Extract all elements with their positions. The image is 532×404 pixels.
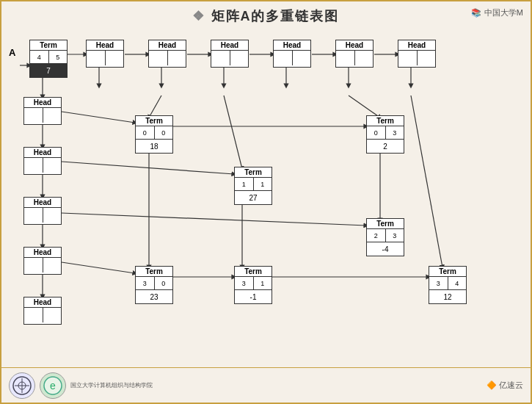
term-3-1-label: Term [235, 267, 272, 277]
head-left-5: Head [23, 297, 62, 325]
term-0-0-r: 0 [136, 126, 155, 139]
head-top-3-c1 [211, 51, 230, 65]
head-top-4-label: Head [274, 40, 310, 51]
watermark-icon: 📚 [471, 8, 481, 18]
svg-line-25 [149, 95, 161, 118]
term-0-3-label: Term [367, 116, 404, 126]
term-3-4-v: 12 [429, 290, 466, 303]
term-0-0: Term 0 0 18 [135, 115, 173, 154]
head-left-5-label: Head [24, 297, 61, 308]
first-term-node: Term 4 5 7 [29, 40, 68, 78]
term-3-1: Term 3 1 -1 [234, 266, 272, 304]
term-1-1-v: 27 [235, 191, 272, 204]
head-left-3: Head [23, 197, 62, 225]
term-0-3-c: 3 [386, 126, 404, 139]
term-2-3-r: 2 [367, 229, 386, 242]
head-top-5-c2 [355, 51, 374, 65]
svg-line-21 [62, 213, 366, 226]
term-2-3-v: -4 [367, 242, 404, 256]
head-left-3-c2 [43, 208, 62, 223]
svg-line-18 [62, 112, 135, 123]
head-top-6: Head [398, 40, 436, 68]
head-left-1-label: Head [24, 98, 61, 108]
term-3-4: Term 3 4 12 [429, 266, 467, 304]
term-3-0-label: Term [136, 267, 172, 277]
watermark-text: 中国大学M [484, 7, 523, 18]
first-term-col: 5 [49, 51, 68, 63]
head-top-5-c1 [336, 51, 355, 65]
head-left-2-label: Head [24, 148, 61, 158]
head-top-3: Head [211, 40, 249, 68]
head-left-1-c1 [24, 108, 43, 123]
term-3-0: Term 3 0 23 [135, 266, 173, 304]
head-left-4: Head [23, 247, 62, 275]
head-top-6-c2 [418, 51, 436, 65]
term-3-0-r: 3 [136, 277, 155, 289]
term-2-3-label: Term [367, 219, 404, 229]
head-top-5-label: Head [336, 40, 373, 51]
term-3-1-c: 1 [254, 277, 272, 289]
svg-line-27 [224, 95, 242, 169]
svg-text:e: e [50, 380, 56, 392]
head-left-2: Head [23, 147, 62, 175]
head-top-1: Head [86, 40, 124, 68]
head-top-3-label: Head [211, 40, 248, 51]
term-2-3-c: 3 [386, 229, 404, 242]
footer-left: e 国立大学计算机组织与结构学院 [9, 372, 153, 399]
brand-logo: e [40, 372, 66, 399]
term-2-3: Term 2 3 -4 [366, 218, 404, 256]
term-3-4-c: 4 [448, 277, 467, 289]
head-top-4: Head [273, 40, 311, 68]
first-term-label: Term [30, 40, 67, 51]
term-0-3: Term 0 3 2 [366, 115, 404, 154]
term-3-0-c: 0 [155, 277, 173, 289]
head-left-1-c2 [43, 108, 62, 123]
head-top-6-label: Head [398, 40, 435, 51]
term-0-3-r: 0 [367, 126, 386, 139]
head-top-1-label: Head [87, 40, 123, 51]
term-1-1-c: 1 [254, 178, 272, 190]
brand-icon: 🔶 [487, 380, 499, 389]
term-3-1-v: -1 [235, 290, 272, 303]
head-top-2-label: Head [149, 40, 186, 51]
head-top-2-c1 [149, 51, 168, 65]
term-0-0-v: 18 [136, 140, 172, 153]
main-container: 矩阵A的多重链表图 📚 中国大学M [0, 0, 532, 404]
footer-brand: 🔶 亿速云 [487, 380, 523, 391]
first-term-row: 4 [30, 51, 49, 63]
svg-line-22 [62, 262, 135, 273]
head-top-4-c2 [293, 51, 311, 65]
footer-institution-text: 国立大学计算机组织与结构学院 [70, 381, 153, 389]
first-term-val: 7 [30, 64, 67, 77]
head-top-4-c1 [274, 51, 293, 65]
head-left-4-c2 [43, 258, 62, 273]
brand-name: 亿速云 [499, 380, 523, 389]
head-top-2: Head [148, 40, 186, 68]
term-3-4-r: 3 [429, 277, 448, 289]
head-top-2-c2 [168, 51, 186, 65]
watermark: 📚 中国大学M [471, 7, 523, 18]
a-label: A [9, 47, 15, 58]
head-top-6-c1 [398, 51, 418, 65]
term-0-3-v: 2 [367, 140, 404, 153]
term-3-0-v: 23 [136, 290, 172, 303]
term-1-1: Term 1 1 27 [234, 167, 272, 205]
svg-line-31 [411, 95, 442, 267]
head-top-3-c2 [230, 51, 249, 65]
svg-line-29 [349, 95, 380, 118]
term-0-0-c: 0 [155, 126, 173, 139]
term-3-4-label: Term [429, 267, 466, 277]
head-left-3-c1 [24, 208, 43, 223]
term-1-1-label: Term [235, 167, 272, 178]
footer: e 国立大学计算机组织与结构学院 🔶 亿速云 [1, 367, 531, 403]
head-left-2-c2 [43, 158, 62, 173]
head-left-2-c1 [24, 158, 43, 173]
head-left-5-c1 [24, 308, 43, 322]
head-left-4-label: Head [24, 248, 61, 258]
head-left-1: Head [23, 97, 62, 125]
head-top-5: Head [335, 40, 374, 68]
head-left-5-c2 [43, 308, 62, 322]
head-top-1-c2 [106, 51, 124, 65]
page-title: 矩阵A的多重链表图 [1, 1, 531, 28]
head-left-4-c1 [24, 258, 43, 273]
